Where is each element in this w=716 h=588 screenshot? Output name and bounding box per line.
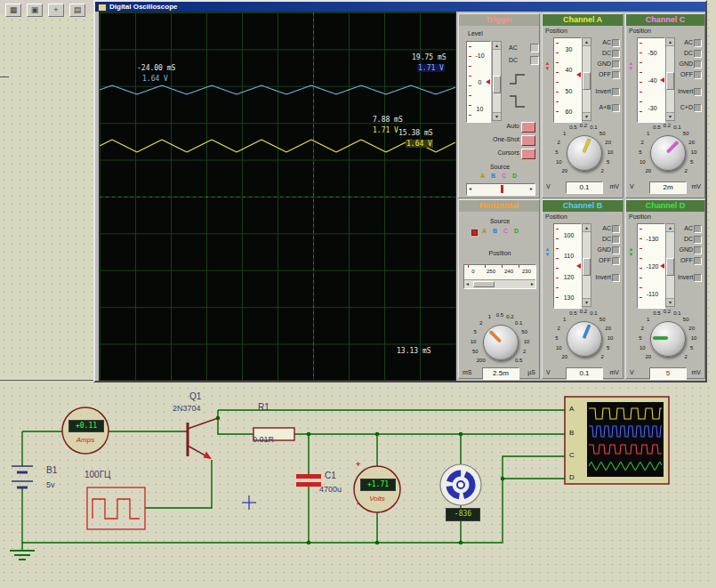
measurement-label: 1.71 V [417,64,445,72]
position-slider[interactable]: -130-120-110 [637,223,665,309]
resistor-ref[interactable]: R1 [258,402,270,412]
gnd-button[interactable]: GND [678,246,703,254]
pulse-label[interactable]: 100ГЦ [84,470,111,479]
volts-div-knob[interactable]: 20105210.50.20.150201052 [626,309,708,367]
sum-button[interactable]: C+D [678,103,703,112]
position-slider[interactable]: 100110120130 [553,223,582,309]
horizontal-source-selector[interactable]: ABCD [482,228,528,237]
transistor-value[interactable]: 2N3704 [173,404,201,413]
window-titlebar[interactable]: Digital Oscilloscope [95,2,705,12]
knob-dial[interactable] [567,321,602,357]
origin-icon[interactable]: + [48,4,64,17]
time-div-knob[interactable]: 20050105210.50.20.1501020.5 [459,312,541,371]
battery-b1[interactable] [12,466,33,487]
battery-value[interactable]: 5v [46,480,55,489]
position-marker[interactable] [576,72,581,77]
ac-button[interactable]: AC [594,38,621,47]
oscilloscope-window[interactable]: Digital Oscilloscope -24.00 mS1.64 V19.7… [93,0,707,383]
trigger-source-slider[interactable]: ◄► [466,183,535,196]
horizontal-position-slider[interactable]: 0250240230 ◄► [463,264,536,289]
position-arrows-icon[interactable]: ▲▼ [627,246,635,257]
knob-dial[interactable] [483,325,519,360]
volts-div-knob[interactable]: 20105210.50.20.150201052 [543,309,624,367]
source-channel-c[interactable]: C [502,173,506,179]
dc-button[interactable]: DC [678,49,703,58]
source-channel-b[interactable]: B [493,228,497,234]
source-channel-a[interactable]: A [482,228,487,234]
position-marker[interactable] [576,263,581,269]
volts-div-knob[interactable]: 20105210.50.20.150201052 [626,123,708,181]
off-button[interactable]: OFF [678,256,703,265]
source-channel-d[interactable]: D [512,173,517,179]
auto-button[interactable]: Auto [486,123,519,129]
position-scrollbar[interactable]: ▴▾ [582,37,591,121]
measurement-label: 13.13 mS [396,347,432,355]
grid-icon[interactable]: ▦ [5,4,21,17]
dc-button[interactable]: DC [678,235,703,244]
capacitor-value[interactable]: 4700u [319,485,342,494]
display-settings-icon[interactable]: ▣ [27,4,43,17]
source-channel-c[interactable]: C [503,228,508,234]
ac-indicator[interactable] [530,44,539,52]
position-slider[interactable]: -50-40-30 [637,37,665,123]
invert-button[interactable]: Invert [678,273,703,282]
cursors-indicator[interactable] [521,149,535,159]
ac-coupling-button[interactable]: AC [509,44,518,51]
position-label: Position [545,213,567,220]
volts-div-knob[interactable]: 20105210.50.20.150201052 [543,123,624,181]
voltmeter-reading: +1.71 [360,479,396,491]
knob-dial[interactable] [567,135,602,171]
position-arrows-icon[interactable]: ▲▼ [543,246,551,257]
position-scrollbar[interactable]: ▴▾ [665,223,675,307]
dc-coupling-button[interactable]: DC [509,57,518,63]
motor[interactable] [440,464,481,505]
ac-button[interactable]: AC [678,38,703,47]
position-scrollbar[interactable]: ▴▾ [582,223,591,307]
dc-indicator[interactable] [530,56,539,65]
off-button[interactable]: OFF [594,70,621,79]
gnd-button[interactable]: GND [678,60,703,68]
section-title: Channel B [563,201,603,210]
capacitor-c1[interactable] [296,474,321,487]
gnd-button[interactable]: GND [594,60,621,68]
sum-button[interactable]: A+B [594,103,621,112]
one-shot-button[interactable]: One-Shot [471,136,519,142]
ground-icon[interactable] [10,551,35,560]
position-slider[interactable]: 30405060 [553,37,582,123]
trigger-level-scrollbar[interactable]: ▴▾ [492,41,502,121]
off-button[interactable]: OFF [678,70,703,79]
source-channel-a[interactable]: A [480,173,485,179]
invert-button[interactable]: Invert [678,87,703,96]
capacitor-ref[interactable]: C1 [325,471,336,480]
position-arrows-icon[interactable]: ▲▼ [627,60,635,71]
source-channel-d[interactable]: D [514,228,519,234]
unit-right-label: µS [527,369,535,375]
resistor-value[interactable]: 0.01R [253,435,274,444]
dc-indicator [694,236,702,244]
gnd-button[interactable]: GND [594,246,621,254]
position-scrollbar[interactable]: ▴▾ [665,37,675,121]
source-channel-b[interactable]: B [491,173,495,179]
cursors-button[interactable]: Cursors [479,149,519,156]
position-arrows-icon[interactable]: ▲▼ [543,60,551,71]
transistor-ref[interactable]: Q1 [189,391,201,401]
invert-button[interactable]: Invert [594,273,621,282]
ac-button[interactable]: AC [594,224,621,233]
trigger-level-slider[interactable]: -10010 [466,41,491,123]
one-shot-indicator[interactable] [521,135,535,146]
auto-indicator[interactable] [521,122,535,133]
layers-icon[interactable]: ▤ [69,4,85,17]
knob-scale-value: 10 [640,159,646,165]
dc-button[interactable]: DC [594,49,621,58]
dc-button[interactable]: DC [594,235,621,244]
invert-button[interactable]: Invert [594,87,621,96]
ac-button[interactable]: AC [678,224,703,233]
battery-ref[interactable]: B1 [46,465,57,475]
knob-pointer[interactable] [653,337,667,340]
pulse-generator[interactable] [87,487,145,529]
transistor-q1[interactable] [183,418,218,459]
horizontal-position-scrollbar[interactable]: ◄► [464,279,535,288]
trigger-source-selector[interactable]: ABCD [480,173,527,181]
off-button[interactable]: OFF [594,256,621,265]
trigger-edge-icon[interactable] [507,71,534,112]
